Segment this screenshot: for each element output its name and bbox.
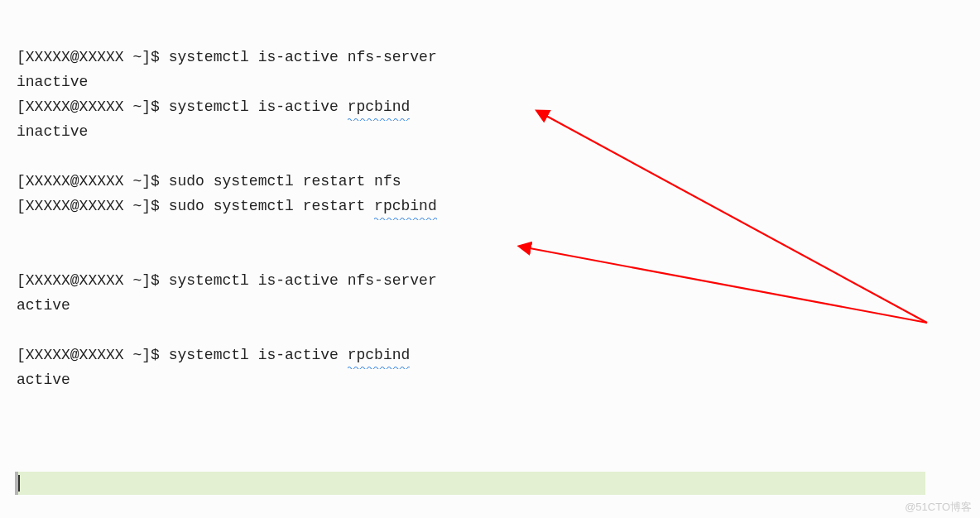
output-line: active [17,297,70,314]
spell-underline: rpcbind [348,343,411,367]
text-cursor [18,475,20,492]
spell-underline: rpcbind [374,194,437,218]
cmd-line: systemctl is-active nfs-server [169,272,437,289]
prompt: [XXXXX@XXXXX ~]$ [17,98,169,115]
prompt: [XXXXX@XXXXX ~]$ [17,173,169,189]
spell-underline: rpcbind [348,94,411,119]
output-line: active [17,372,70,388]
highlight-bar [15,472,925,495]
prompt: [XXXXX@XXXXX ~]$ [17,49,169,65]
output-line: inactive [17,123,88,140]
watermark: @51CTO博客 [905,500,972,515]
terminal-output: [XXXXX@XXXXX ~]$ systemctl is-active nfs… [0,0,980,392]
cmd-line: systemctl is-active nfs-server [169,49,437,65]
cmd-line: systemctl is-active [169,98,348,115]
output-line: inactive [17,74,88,90]
prompt: [XXXXX@XXXXX ~]$ [17,272,169,289]
cmd-line: systemctl is-active [169,347,348,363]
prompt: [XXXXX@XXXXX ~]$ [17,198,169,214]
cmd-line: sudo systemctl restart [169,198,374,214]
prompt: [XXXXX@XXXXX ~]$ [17,347,169,363]
cmd-line: sudo systemctl restart nfs [169,173,401,189]
